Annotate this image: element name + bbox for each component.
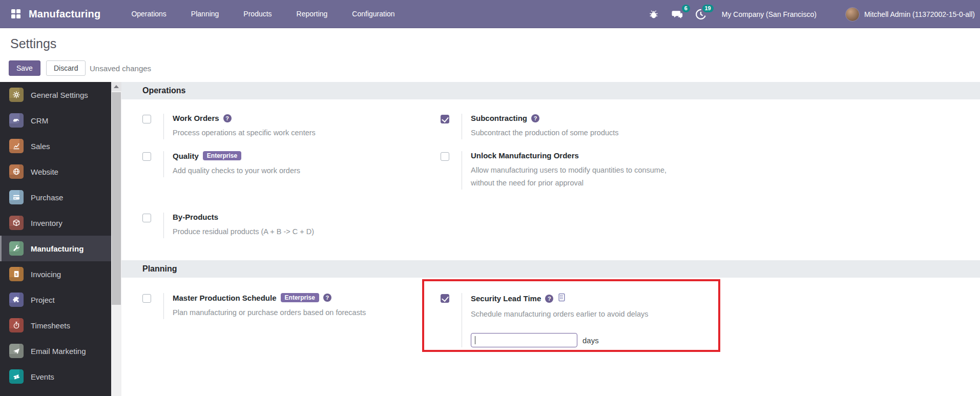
ticket-icon: [9, 369, 24, 384]
by-products-checkbox[interactable]: [142, 214, 151, 222]
work-orders-checkbox[interactable]: [142, 115, 151, 123]
help-icon[interactable]: ?: [531, 114, 539, 122]
settings-sidebar: General Settings CRM Sales Website: [0, 82, 111, 396]
mps-checkbox[interactable]: [142, 294, 151, 303]
sidebar-item-general-settings[interactable]: General Settings: [0, 82, 111, 108]
save-button[interactable]: Save: [9, 60, 40, 76]
messages-badge: 6: [682, 5, 690, 12]
discard-button[interactable]: Discard: [46, 60, 86, 76]
setting-subcontracting: Subcontracting ? Subcontract the product…: [441, 114, 619, 139]
menu-products[interactable]: Products: [242, 7, 273, 21]
menu-planning[interactable]: Planning: [190, 7, 220, 21]
debug-bug-icon[interactable]: [647, 8, 660, 21]
puzzle-icon: [9, 293, 24, 307]
sidebar-item-email-marketing[interactable]: Email Marketing: [0, 338, 111, 364]
subcontracting-label[interactable]: Subcontracting: [471, 114, 527, 122]
setting-unlock-manufacturing-orders: Unlock Manufacturing Orders Allow manufa…: [441, 151, 686, 190]
subcontracting-checkbox[interactable]: [441, 115, 449, 123]
invoice-icon: $: [9, 267, 24, 281]
page-header: Settings: [0, 28, 980, 59]
security-lead-time-checkbox[interactable]: [441, 294, 449, 303]
apps-grid-icon[interactable]: [11, 9, 20, 18]
sidebar-item-manufacturing[interactable]: Manufacturing: [0, 236, 111, 261]
activities-clock-icon[interactable]: 19: [694, 8, 707, 21]
days-suffix-label: days: [582, 336, 599, 345]
security-lead-time-description: Schedule manufacturing orders earlier to…: [471, 308, 649, 321]
quality-description: Add quality checks to your work orders: [173, 164, 300, 177]
by-products-description: Produce residual products (A + B -> C + …: [173, 225, 314, 238]
scrollbar-up-arrow[interactable]: [111, 82, 121, 91]
security-lead-time-input[interactable]: [471, 333, 577, 347]
quality-label[interactable]: Quality: [173, 152, 199, 160]
menu-reporting[interactable]: Reporting: [296, 7, 329, 21]
work-orders-label[interactable]: Work Orders: [173, 114, 219, 122]
setting-by-products: By-Products Produce residual products (A…: [142, 213, 314, 238]
mps-description: Plan manufacturing or purchase orders ba…: [173, 306, 366, 319]
section-planning: Planning: [121, 260, 980, 278]
subcontracting-description: Subcontract the production of some produ…: [471, 127, 619, 139]
page-title: Settings: [10, 36, 56, 51]
setting-quality: Quality Enterprise Add quality checks to…: [142, 151, 300, 177]
sidebar-item-inventory[interactable]: Inventory: [0, 210, 111, 236]
chart-icon: [9, 139, 24, 153]
unlock-mo-label[interactable]: Unlock Manufacturing Orders: [471, 151, 579, 160]
text-cursor: [475, 336, 475, 344]
handshake-icon: [9, 113, 24, 128]
globe-icon: [9, 164, 24, 179]
user-avatar: [845, 7, 860, 22]
unlock-mo-description: Allow manufacturing users to modify quan…: [471, 164, 686, 190]
sidebar-item-sales[interactable]: Sales: [0, 133, 111, 159]
section-operations: Operations: [121, 82, 980, 99]
work-orders-description: Process operations at specific work cent…: [173, 127, 316, 139]
wrench-icon: [9, 241, 24, 256]
enterprise-badge: Enterprise: [281, 293, 319, 302]
unlock-mo-checkbox[interactable]: [441, 152, 449, 161]
company-building-icon: [557, 293, 566, 304]
scrollbar-thumb[interactable]: [112, 92, 121, 305]
user-name: Mitchell Admin (11372002-15-0-all): [864, 10, 975, 18]
by-products-label[interactable]: By-Products: [173, 213, 218, 221]
enterprise-badge: Enterprise: [203, 151, 241, 160]
help-icon[interactable]: ?: [223, 114, 232, 122]
unsaved-changes-status: Unsaved changes: [90, 64, 151, 73]
quality-checkbox[interactable]: [142, 152, 151, 161]
sidebar-item-project[interactable]: Project: [0, 287, 111, 312]
top-menu: Operations Planning Products Reporting C…: [130, 7, 395, 21]
sidebar-item-crm[interactable]: CRM: [0, 108, 111, 133]
activities-badge: 19: [702, 5, 714, 12]
sidebar-item-timesheets[interactable]: Timesheets: [0, 312, 111, 338]
stopwatch-icon: [9, 318, 24, 332]
sidebar-item-invoicing[interactable]: $ Invoicing: [0, 261, 111, 287]
help-icon[interactable]: ?: [545, 295, 553, 303]
settings-content: Operations Work Orders ? Process operati…: [121, 82, 980, 396]
odoo-settings-page: Manufacturing Operations Planning Produc…: [0, 0, 980, 396]
setting-work-orders: Work Orders ? Process operations at spec…: [142, 114, 316, 139]
action-row: Save Discard Unsaved changes: [0, 59, 980, 82]
user-menu[interactable]: Mitchell Admin (11372002-15-0-all): [845, 7, 975, 22]
sidebar-item-website[interactable]: Website: [0, 159, 111, 184]
messages-icon[interactable]: 6: [671, 8, 684, 21]
setting-security-lead-time: Security Lead Time ? Schedule manufactur…: [441, 293, 649, 347]
mps-label[interactable]: Master Production Schedule: [173, 294, 277, 302]
content-scrollbar[interactable]: [111, 82, 121, 396]
help-icon[interactable]: ?: [323, 294, 331, 302]
box-icon: [9, 216, 24, 230]
sidebar-item-events[interactable]: Events: [0, 364, 111, 389]
setting-master-production-schedule: Master Production Schedule Enterprise ? …: [142, 293, 366, 319]
top-navigation-bar: Manufacturing Operations Planning Produc…: [0, 0, 980, 28]
svg-text:$: $: [15, 272, 18, 277]
gear-icon: [9, 88, 24, 102]
security-lead-time-label[interactable]: Security Lead Time: [471, 294, 541, 303]
topbar-right-cluster: 6 19 My Company (San Francisco) Mitchell…: [647, 0, 975, 28]
sidebar-item-purchase[interactable]: Purchase: [0, 184, 111, 210]
company-switcher[interactable]: My Company (San Francisco): [722, 10, 817, 18]
menu-configuration[interactable]: Configuration: [351, 7, 395, 21]
app-name[interactable]: Manufacturing: [29, 8, 100, 20]
credit-card-icon: [9, 190, 24, 204]
paper-plane-icon: [9, 344, 24, 358]
menu-operations[interactable]: Operations: [130, 7, 167, 21]
